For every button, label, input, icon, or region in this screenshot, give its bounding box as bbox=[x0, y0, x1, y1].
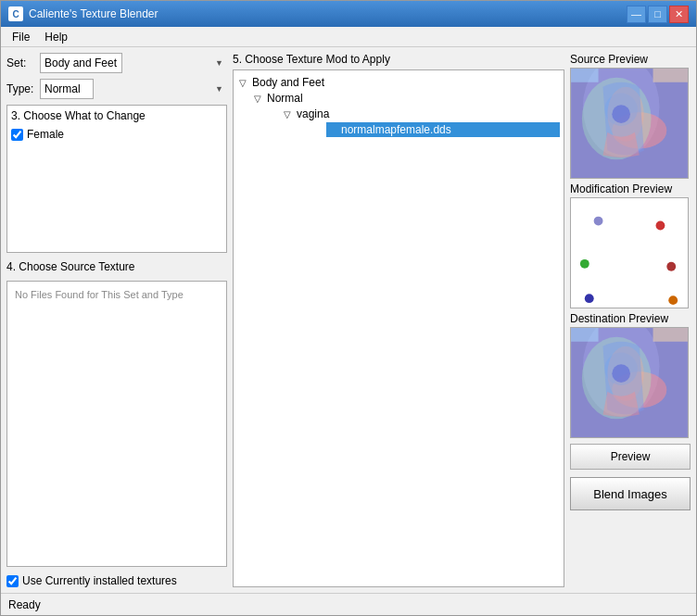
title-controls: — □ ✕ bbox=[627, 6, 689, 23]
status-bar: Ready bbox=[1, 593, 696, 615]
female-checkbox[interactable] bbox=[11, 129, 23, 141]
tree-label-normalmap: normalmapfemale.dds bbox=[341, 123, 451, 136]
type-row: Type: Normal Diffuse Specular bbox=[6, 79, 227, 99]
tree-row-body-and-feet[interactable]: ▽ Body and Feet bbox=[237, 75, 560, 90]
use-installed-label: Use Currently installed textures bbox=[22, 574, 177, 587]
middle-panel: 5. Choose Texture Mod to Apply ▽ Body an… bbox=[233, 53, 564, 587]
preview-button[interactable]: Preview bbox=[570, 444, 691, 470]
source-texture-no-files: No Files Found for This Set and Type bbox=[11, 285, 222, 544]
window-title: Caliente's Texture Blender bbox=[29, 7, 158, 20]
left-panel: Set: Body and Feet Hands Face Hair Type:… bbox=[6, 53, 227, 587]
app-icon: C bbox=[8, 6, 23, 21]
menu-bar: File Help bbox=[1, 27, 696, 47]
svg-rect-8 bbox=[653, 69, 688, 82]
mod-preview-svg bbox=[571, 198, 688, 308]
arrow-body-and-feet: ▽ bbox=[239, 78, 250, 88]
type-label: Type: bbox=[6, 82, 34, 95]
dest-preview-image bbox=[570, 327, 689, 438]
tree-label-vagina: vagina bbox=[297, 107, 329, 120]
dest-preview-svg bbox=[571, 328, 688, 437]
use-installed-row: Use Currently installed textures bbox=[6, 574, 227, 587]
main-content: Set: Body and Feet Hands Face Hair Type:… bbox=[1, 47, 696, 593]
right-panel: Source Preview bbox=[570, 53, 691, 587]
dest-preview-section: Destination Preview bbox=[570, 312, 691, 438]
svg-point-10 bbox=[594, 217, 603, 226]
minimize-button[interactable]: — bbox=[627, 6, 646, 23]
tree-row-vagina[interactable]: ▽ vagina bbox=[282, 107, 560, 121]
source-preview-image bbox=[570, 68, 689, 179]
svg-point-13 bbox=[666, 262, 676, 271]
title-bar-left: C Caliente's Texture Blender bbox=[8, 6, 158, 21]
mod-preview-section: Modification Preview bbox=[570, 182, 691, 308]
tree-node-vagina: ▽ vagina normalmapfemale.dds bbox=[252, 106, 560, 139]
set-select-wrapper: Body and Feet Hands Face Hair bbox=[40, 53, 227, 73]
tree-label-normal: Normal bbox=[267, 92, 303, 105]
tree-row-normalmap[interactable]: normalmapfemale.dds bbox=[326, 122, 560, 137]
menu-help[interactable]: Help bbox=[37, 29, 75, 45]
set-label: Set: bbox=[6, 57, 34, 69]
blend-images-button[interactable]: Blend Images bbox=[570, 477, 691, 510]
texture-tree[interactable]: ▽ Body and Feet ▽ Normal ▽ bbox=[233, 69, 564, 587]
use-installed-checkbox[interactable] bbox=[6, 575, 19, 587]
source-preview-section: Source Preview bbox=[570, 53, 691, 179]
section3-box: 3. Choose What to Change Female bbox=[6, 105, 227, 253]
svg-rect-9 bbox=[571, 198, 688, 308]
arrow-vagina: ▽ bbox=[284, 109, 295, 119]
svg-rect-24 bbox=[653, 328, 688, 342]
tree-node-normalmap: normalmapfemale.dds bbox=[282, 121, 560, 138]
female-label: Female bbox=[27, 128, 64, 141]
app-window: C Caliente's Texture Blender — □ ✕ File … bbox=[0, 0, 697, 616]
maximize-button[interactable]: □ bbox=[648, 6, 667, 23]
mod-preview-image bbox=[570, 197, 689, 308]
svg-point-15 bbox=[668, 295, 678, 305]
close-button[interactable]: ✕ bbox=[669, 6, 689, 23]
tree-label-body-and-feet: Body and Feet bbox=[252, 76, 324, 89]
dest-preview-label: Destination Preview bbox=[570, 312, 691, 325]
type-select[interactable]: Normal Diffuse Specular bbox=[40, 79, 94, 99]
menu-file[interactable]: File bbox=[5, 29, 37, 45]
tree-node-normal: ▽ Normal ▽ vagina bbox=[237, 90, 560, 140]
section3-title: 3. Choose What to Change bbox=[11, 109, 222, 122]
section4-title: 4. Choose Source Texture bbox=[6, 260, 227, 273]
svg-point-14 bbox=[585, 294, 594, 303]
section5-label: 5. Choose Texture Mod to Apply bbox=[233, 53, 564, 66]
source-preview-svg bbox=[571, 69, 688, 178]
female-row: Female bbox=[11, 126, 222, 143]
svg-rect-7 bbox=[571, 69, 599, 82]
source-preview-label: Source Preview bbox=[570, 53, 691, 66]
mod-preview-label: Modification Preview bbox=[570, 182, 691, 195]
set-row: Set: Body and Feet Hands Face Hair bbox=[6, 53, 227, 73]
arrow-normal: ▽ bbox=[254, 94, 265, 104]
set-select[interactable]: Body and Feet Hands Face Hair bbox=[40, 53, 122, 73]
type-select-wrapper: Normal Diffuse Specular bbox=[40, 79, 227, 99]
source-texture-box: No Files Found for This Set and Type bbox=[6, 281, 227, 567]
tree-node-body-and-feet: ▽ Body and Feet ▽ Normal ▽ bbox=[237, 74, 560, 141]
status-text: Ready bbox=[8, 598, 41, 611]
tree-row-normal[interactable]: ▽ Normal bbox=[252, 91, 560, 106]
svg-point-11 bbox=[656, 221, 665, 231]
title-bar: C Caliente's Texture Blender — □ ✕ bbox=[1, 1, 696, 27]
svg-point-12 bbox=[580, 259, 589, 269]
svg-rect-23 bbox=[571, 328, 599, 342]
